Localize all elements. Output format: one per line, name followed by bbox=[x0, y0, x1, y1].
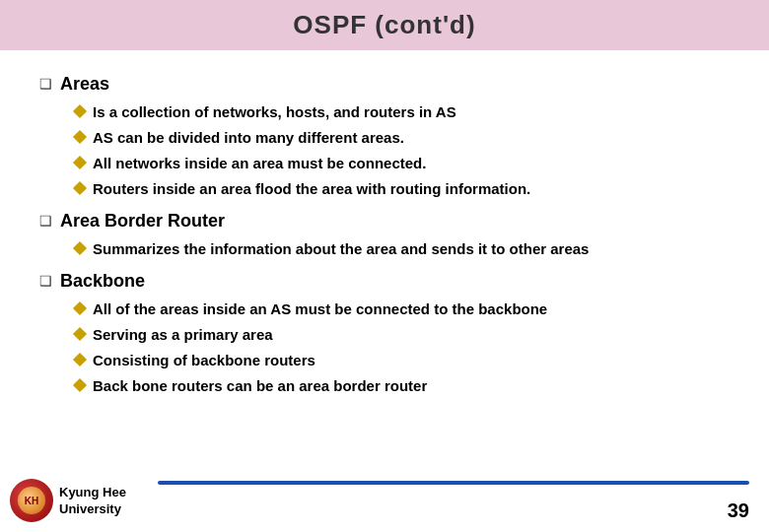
backbone-bullet-4: Back bone routers can be an area border … bbox=[93, 375, 427, 396]
list-item: Routers inside an area flood the area wi… bbox=[75, 178, 730, 199]
section-abr-label: Area Border Router bbox=[60, 211, 225, 232]
abr-sub-bullets: Summarizes the information about the are… bbox=[75, 235, 730, 259]
title-text: OSPF (cont'd) bbox=[293, 10, 475, 39]
section-backbone-label: Backbone bbox=[60, 271, 145, 292]
bullet-icon-backbone: ❑ bbox=[39, 273, 52, 289]
section-abr: ❑ Area Border Router bbox=[39, 211, 730, 232]
footer-brand: KH Kyung Hee University bbox=[10, 479, 126, 524]
list-item: All of the areas inside an AS must be co… bbox=[75, 299, 730, 319]
list-item: AS can be divided into many different ar… bbox=[75, 127, 730, 148]
diamond-icon bbox=[73, 327, 87, 341]
list-item: Is a collection of networks, hosts, and … bbox=[75, 101, 730, 122]
list-item: Summarizes the information about the are… bbox=[75, 238, 730, 259]
list-item: Consisting of backbone routers bbox=[75, 350, 730, 370]
abr-bullet-1: Summarizes the information about the are… bbox=[93, 238, 589, 259]
bullet-icon-areas: ❑ bbox=[39, 76, 52, 92]
footer-divider bbox=[158, 481, 749, 485]
slide: OSPF (cont'd) ❑ Areas Is a collection of… bbox=[0, 0, 769, 532]
diamond-icon bbox=[73, 241, 87, 255]
slide-title: OSPF (cont'd) bbox=[0, 0, 769, 50]
section-areas-label: Areas bbox=[60, 74, 109, 95]
backbone-bullet-2: Serving as a primary area bbox=[93, 324, 273, 345]
university-line2: University bbox=[59, 501, 121, 516]
diamond-icon bbox=[73, 104, 87, 118]
areas-sub-bullets: Is a collection of networks, hosts, and … bbox=[75, 99, 730, 199]
diamond-icon bbox=[73, 156, 87, 169]
logo-inner: KH bbox=[18, 487, 45, 514]
section-backbone: ❑ Backbone bbox=[39, 271, 730, 292]
backbone-bullet-1: All of the areas inside an AS must be co… bbox=[93, 299, 547, 319]
footer: KH Kyung Hee University bbox=[0, 469, 769, 532]
diamond-icon bbox=[73, 353, 87, 366]
areas-bullet-4: Routers inside an area flood the area wi… bbox=[93, 178, 530, 199]
list-item: All networks inside an area must be conn… bbox=[75, 153, 730, 173]
diamond-icon bbox=[73, 301, 87, 315]
section-areas: ❑ Areas bbox=[39, 74, 730, 95]
areas-bullet-2: AS can be divided into many different ar… bbox=[93, 127, 404, 148]
slide-content: ❑ Areas Is a collection of networks, hos… bbox=[0, 50, 769, 469]
university-line1: Kyung Hee bbox=[59, 485, 126, 499]
diamond-icon bbox=[73, 378, 87, 392]
areas-bullet-3: All networks inside an area must be conn… bbox=[93, 153, 426, 173]
diamond-icon bbox=[73, 181, 87, 195]
university-name: Kyung Hee University bbox=[59, 485, 126, 518]
backbone-bullet-3: Consisting of backbone routers bbox=[93, 350, 315, 370]
university-logo: KH bbox=[10, 479, 53, 522]
list-item: Back bone routers can be an area border … bbox=[75, 375, 730, 396]
areas-bullet-1: Is a collection of networks, hosts, and … bbox=[93, 101, 456, 122]
bullet-icon-abr: ❑ bbox=[39, 213, 52, 229]
backbone-sub-bullets: All of the areas inside an AS must be co… bbox=[75, 296, 730, 396]
list-item: Serving as a primary area bbox=[75, 324, 730, 345]
page-number: 39 bbox=[728, 499, 749, 522]
diamond-icon bbox=[73, 130, 87, 144]
